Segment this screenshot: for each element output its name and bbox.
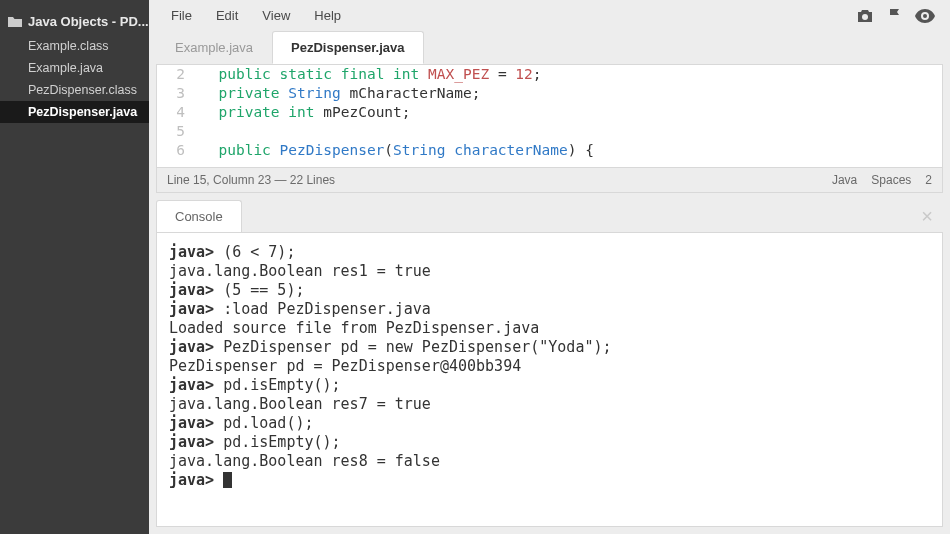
- flag-icon[interactable]: [880, 1, 910, 31]
- text-cursor: [223, 472, 232, 488]
- editor-tabs: Example.javaPezDispenser.java: [149, 31, 950, 64]
- editor-tab[interactable]: Example.java: [156, 31, 272, 64]
- indent-size[interactable]: 2: [925, 173, 932, 187]
- language-mode[interactable]: Java: [832, 173, 857, 187]
- menu-file[interactable]: File: [159, 4, 204, 27]
- svg-point-0: [862, 14, 868, 20]
- tab-console[interactable]: Console: [156, 200, 242, 232]
- camera-icon[interactable]: [850, 1, 880, 31]
- sidebar-file[interactable]: PezDispenser.java: [0, 101, 149, 123]
- menu-view[interactable]: View: [250, 4, 302, 27]
- project-title[interactable]: Java Objects - PD...: [0, 8, 149, 35]
- cursor-position: Line 15, Column 23 — 22 Lines: [167, 173, 335, 187]
- code-content[interactable]: public static final int MAX_PEZ = 12; pr…: [193, 65, 594, 160]
- console-tabs: Console ×: [156, 200, 943, 232]
- project-name: Java Objects - PD...: [28, 14, 149, 29]
- sidebar-file[interactable]: Example.class: [0, 35, 149, 57]
- console-output[interactable]: java> (6 < 7);java.lang.Boolean res1 = t…: [156, 232, 943, 527]
- menubar: FileEditViewHelp: [149, 0, 950, 31]
- svg-point-1: [923, 14, 927, 18]
- folder-icon: [8, 16, 22, 28]
- sidebar: Java Objects - PD... Example.classExampl…: [0, 0, 149, 534]
- sidebar-file[interactable]: Example.java: [0, 57, 149, 79]
- eye-icon[interactable]: [910, 1, 940, 31]
- main-area: FileEditViewHelp Example.javaPezDispense…: [149, 0, 950, 534]
- code-editor[interactable]: 23456 public static final int MAX_PEZ = …: [156, 64, 943, 168]
- status-bar: Line 15, Column 23 — 22 Lines Java Space…: [156, 168, 943, 193]
- menu-edit[interactable]: Edit: [204, 4, 250, 27]
- menu-help[interactable]: Help: [302, 4, 353, 27]
- editor-tab[interactable]: PezDispenser.java: [272, 31, 423, 64]
- sidebar-file[interactable]: PezDispenser.class: [0, 79, 149, 101]
- indent-mode[interactable]: Spaces: [871, 173, 911, 187]
- close-icon[interactable]: ×: [911, 205, 943, 228]
- line-gutter: 23456: [157, 65, 193, 160]
